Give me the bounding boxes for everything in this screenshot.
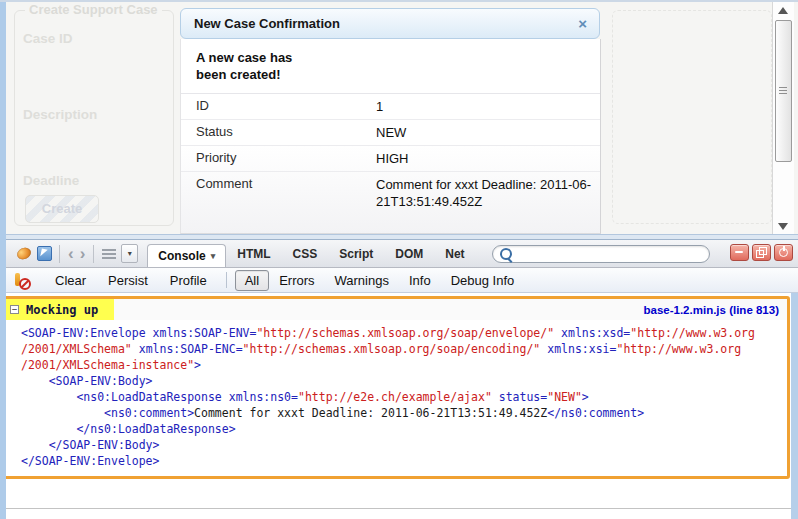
dialog-rows: ID 1 Status NEW Priority HIGH Comment Co… bbox=[181, 93, 600, 214]
xml-log-line: <SOAP-ENV:Envelope xmlns:SOAP-ENV="http:… bbox=[21, 325, 787, 341]
dialog-row-comment: Comment Comment for xxxt Deadline: 2011-… bbox=[181, 171, 600, 214]
power-icon bbox=[779, 248, 788, 257]
firebug-bug-icon bbox=[15, 246, 32, 262]
history-back-icon[interactable]: ‹ bbox=[65, 245, 77, 262]
dialog-row-priority: Priority HIGH bbox=[181, 145, 600, 171]
row-label: Comment bbox=[196, 176, 376, 210]
xml-log-line: </SOAP-ENV:Envelope> bbox=[21, 453, 787, 469]
deadline-label: Deadline bbox=[23, 173, 79, 188]
filter-separator bbox=[226, 272, 227, 288]
xml-log-line: </ns0:LoadDataResponse> bbox=[21, 421, 787, 437]
dialog-row-status: Status NEW bbox=[181, 119, 600, 145]
toolbar-separator bbox=[93, 245, 94, 263]
filter-all[interactable]: All bbox=[235, 270, 269, 291]
inspect-cursor-icon bbox=[37, 246, 52, 261]
window-top-edge bbox=[0, 0, 798, 2]
xml-log-line: </SOAP-ENV:Body> bbox=[21, 437, 787, 453]
dialog-title: New Case Confirmation bbox=[194, 16, 340, 31]
close-button[interactable] bbox=[774, 244, 793, 261]
filter-debug-info[interactable]: Debug Info bbox=[441, 270, 525, 291]
options-dropdown-button[interactable]: ▾ bbox=[121, 244, 138, 263]
window-buttons bbox=[727, 244, 793, 261]
xml-log-line: /2001/XMLSchema-instance"> bbox=[21, 357, 787, 373]
scroll-up-icon[interactable] bbox=[778, 7, 788, 14]
dialog-body: A new case has been created! ID 1 Status… bbox=[180, 39, 601, 234]
row-value: 1 bbox=[376, 98, 594, 115]
console-filter-bar: Clear Persist Profile All Errors Warning… bbox=[0, 268, 798, 293]
page-scrollbar[interactable] bbox=[772, 2, 794, 234]
row-value: NEW bbox=[376, 124, 594, 141]
tab-html[interactable]: HTML bbox=[226, 247, 281, 261]
tab-dom[interactable]: DOM bbox=[384, 247, 434, 261]
collapse-expander-icon[interactable]: − bbox=[10, 305, 19, 314]
dialog-header: New Case Confirmation × bbox=[180, 8, 600, 39]
row-label: ID bbox=[196, 98, 376, 115]
tab-css[interactable]: CSS bbox=[282, 247, 329, 261]
description-label: Description bbox=[23, 107, 97, 122]
scrollbar-thumb[interactable] bbox=[775, 20, 792, 162]
panel-splitter[interactable] bbox=[0, 234, 798, 240]
row-label: Status bbox=[196, 124, 376, 141]
create-support-case-fieldset: Create Support Case Case ID Description … bbox=[14, 10, 174, 226]
profile-button[interactable]: Profile bbox=[159, 271, 218, 290]
dialog-close-icon[interactable]: × bbox=[578, 16, 587, 31]
tab-script[interactable]: Script bbox=[328, 247, 384, 261]
tab-net[interactable]: Net bbox=[434, 247, 475, 261]
xml-log-line: <ns0:LoadDataResponse xmlns:ns0="http://… bbox=[21, 389, 787, 405]
break-on-errors-icon[interactable] bbox=[12, 272, 30, 289]
console-xml: <SOAP-ENV:Envelope xmlns:SOAP-ENV="http:… bbox=[5, 320, 787, 476]
dialog-message: A new case has been created! bbox=[181, 39, 318, 91]
create-button[interactable]: Create bbox=[25, 195, 99, 223]
log-group-header[interactable]: − Mocking up base-1.2.min.js (line 813) bbox=[5, 299, 787, 320]
xml-log-line: /2001/XMLSchema" xmlns:SOAP-ENC="http://… bbox=[21, 341, 787, 357]
tab-console-label: Console bbox=[158, 249, 205, 263]
result-fieldset bbox=[612, 10, 772, 224]
prohibition-circle bbox=[19, 278, 31, 290]
command-line[interactable] bbox=[0, 508, 798, 519]
firebug-window: { "icons": { "dialog_close": "×", "back"… bbox=[0, 0, 798, 519]
dialog-row-id: ID 1 bbox=[181, 93, 600, 119]
source-file-link[interactable]: base-1.2.min.js (line 813) bbox=[643, 304, 779, 316]
firebug-tabbar: ‹ › ▾ Console ▾ HTML CSS Script DOM Net bbox=[0, 240, 798, 268]
persist-button[interactable]: Persist bbox=[97, 271, 159, 290]
search-input[interactable] bbox=[512, 247, 709, 261]
scroll-down-icon[interactable] bbox=[778, 223, 788, 230]
detach-window-button[interactable] bbox=[752, 244, 771, 261]
tab-console[interactable]: Console ▾ bbox=[147, 244, 226, 267]
chevron-down-icon: ▾ bbox=[211, 251, 216, 261]
chevron-down-icon: ▾ bbox=[128, 249, 132, 258]
console-panel: − Mocking up base-1.2.min.js (line 813) … bbox=[0, 293, 798, 519]
row-value: Comment for xxxt Deadline: 2011-06-21T13… bbox=[376, 176, 594, 210]
page-content-area: Create Support Case Case ID Description … bbox=[6, 2, 798, 234]
minimize-button[interactable] bbox=[730, 244, 749, 261]
window-left-edge bbox=[0, 0, 6, 519]
search-icon bbox=[500, 248, 512, 260]
log-group-label: Mocking up bbox=[26, 303, 98, 317]
history-forward-icon[interactable]: › bbox=[77, 245, 89, 262]
list-lines-icon bbox=[102, 247, 116, 261]
inspect-element-button[interactable] bbox=[34, 244, 54, 264]
firebug-menu-button[interactable] bbox=[14, 244, 34, 264]
console-scroll-track[interactable] bbox=[791, 293, 798, 519]
detach-icon bbox=[759, 247, 767, 255]
row-label: Priority bbox=[196, 150, 376, 167]
xml-log-line: <ns0:comment>Comment for xxxt Deadline: … bbox=[21, 405, 787, 421]
console-log-group: − Mocking up base-1.2.min.js (line 813) … bbox=[2, 296, 790, 479]
filter-info[interactable]: Info bbox=[399, 270, 441, 291]
log-group-highlight: − Mocking up bbox=[5, 299, 114, 320]
search-box[interactable] bbox=[492, 245, 710, 263]
panel-list-button[interactable] bbox=[99, 244, 119, 264]
case-id-label: Case ID bbox=[23, 31, 73, 46]
minimize-icon bbox=[735, 251, 743, 253]
filter-errors[interactable]: Errors bbox=[269, 270, 324, 291]
xml-log-line: <SOAP-ENV:Body> bbox=[21, 373, 787, 389]
filter-warnings[interactable]: Warnings bbox=[325, 270, 399, 291]
clear-button[interactable]: Clear bbox=[44, 271, 97, 290]
toolbar-separator bbox=[59, 245, 60, 263]
fieldset-legend: Create Support Case bbox=[25, 2, 162, 17]
row-value: HIGH bbox=[376, 150, 594, 167]
scrollbar-grip bbox=[779, 87, 787, 96]
